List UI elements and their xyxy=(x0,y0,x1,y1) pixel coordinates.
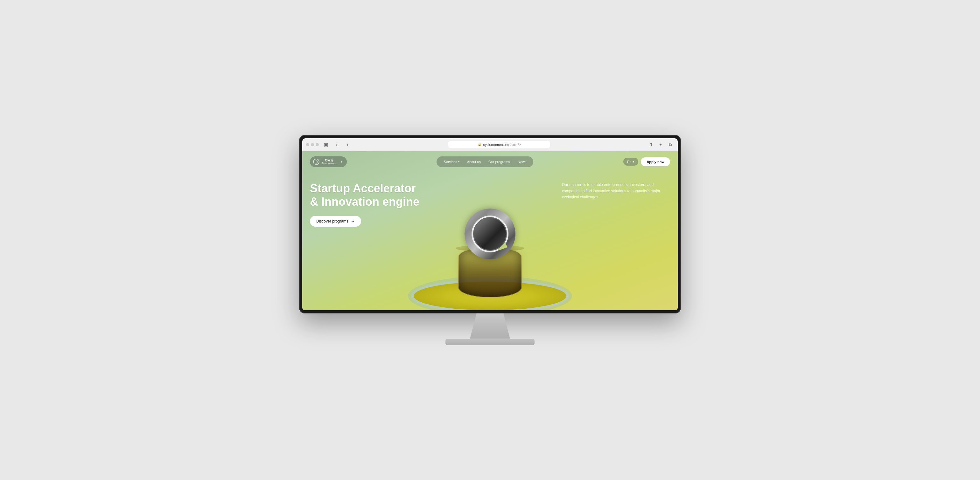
hero-left: Startup Accelerator & Innovation engine … xyxy=(310,182,419,227)
browser-back-btn[interactable]: ‹ xyxy=(333,141,340,149)
monitor: ▣ ‹ › 🔒 cyclemomentum.com ↻ ⬆ + ⧉ ◯ xyxy=(299,135,681,314)
hero-description: Our mission is to enable entrepreneurs, … xyxy=(562,182,670,200)
discover-programs-button[interactable]: Discover programs → xyxy=(310,216,361,227)
browser-address-area: 🔒 cyclemomentum.com ↻ xyxy=(355,141,644,148)
lang-label: En xyxy=(627,160,631,164)
screen: ◯ Cycle Momentum ▾ Services ▾ About us xyxy=(302,151,678,310)
navigation: ◯ Cycle Momentum ▾ Services ▾ About us xyxy=(302,151,678,173)
logo-line2: Momentum xyxy=(322,162,336,165)
logo-text: Cycle Momentum xyxy=(322,158,336,165)
logo-chevron-icon: ▾ xyxy=(341,160,342,163)
traffic-light-yellow xyxy=(311,143,314,146)
lock-icon: 🔒 xyxy=(477,143,481,146)
language-selector[interactable]: En ▾ xyxy=(623,158,638,166)
nav-center: Services ▾ About us Our programs News xyxy=(436,157,533,167)
sidebar-icon[interactable]: ▣ xyxy=(322,141,329,149)
ring-gap xyxy=(495,238,507,250)
nav-item-about[interactable]: About us xyxy=(463,158,485,165)
monitor-wrapper: ▣ ‹ › 🔒 cyclemomentum.com ↻ ⬆ + ⧉ ◯ xyxy=(299,135,681,345)
traffic-light-red xyxy=(306,143,309,146)
monitor-base xyxy=(445,339,535,345)
share-btn[interactable]: ⬆ xyxy=(647,141,655,149)
nav-right: En ▾ Apply now xyxy=(623,157,670,166)
traffic-light-green xyxy=(316,143,319,146)
logo-button[interactable]: ◯ Cycle Momentum ▾ xyxy=(310,157,347,168)
hero-right: Our mission is to enable entrepreneurs, … xyxy=(562,182,670,200)
services-chevron-icon: ▾ xyxy=(458,160,460,163)
logo-line1: Cycle xyxy=(322,158,336,162)
nav-item-news[interactable]: News xyxy=(514,158,530,165)
browser-toolbar-right: ⬆ + ⧉ xyxy=(647,141,674,149)
traffic-lights xyxy=(306,143,319,146)
lang-chevron-icon: ▾ xyxy=(633,160,635,164)
new-tab-btn[interactable]: + xyxy=(657,141,664,149)
reload-icon[interactable]: ↻ xyxy=(518,143,521,147)
apply-now-button[interactable]: Apply now xyxy=(641,157,670,166)
hero-title: Startup Accelerator & Innovation engine xyxy=(310,182,419,208)
nav-item-services[interactable]: Services ▾ xyxy=(440,158,463,165)
url-text: cyclemomentum.com xyxy=(483,143,516,147)
browser-chrome: ▣ ‹ › 🔒 cyclemomentum.com ↻ ⬆ + ⧉ xyxy=(302,138,678,151)
discover-arrow-icon: → xyxy=(351,219,355,223)
monitor-stand xyxy=(468,314,512,339)
nav-item-programs[interactable]: Our programs xyxy=(485,158,514,165)
address-bar[interactable]: 🔒 cyclemomentum.com ↻ xyxy=(448,141,550,148)
logo-icon: ◯ xyxy=(313,158,320,165)
browser-forward-btn[interactable]: › xyxy=(344,141,351,149)
more-btn[interactable]: ⧉ xyxy=(666,141,674,149)
discover-label: Discover programs xyxy=(316,219,348,223)
hero-section: Startup Accelerator & Innovation engine … xyxy=(302,172,678,227)
